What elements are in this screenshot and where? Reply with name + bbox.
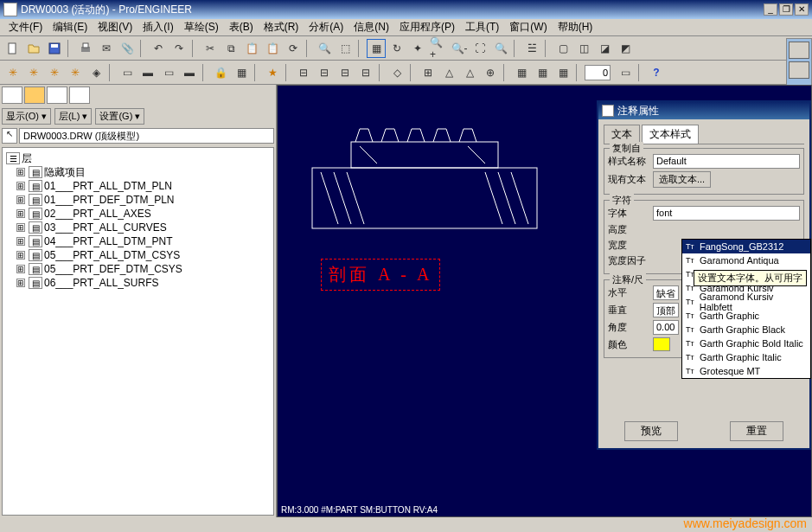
model-select-input[interactable]: [19, 128, 274, 144]
cut-icon[interactable]: ✂: [201, 39, 220, 58]
nohidden-icon[interactable]: ◪: [595, 39, 614, 58]
font-option[interactable]: TтGaramond Kursiv Halbfett: [682, 295, 810, 309]
vert-value[interactable]: 顶部: [653, 303, 679, 317]
dtm-plane-icon[interactable]: ✳: [3, 63, 22, 82]
hidden-icon[interactable]: ◫: [574, 39, 593, 58]
dtm-csys-icon[interactable]: ✳: [66, 63, 85, 82]
menu-edit[interactable]: 编辑(E): [48, 18, 93, 36]
email-icon[interactable]: ✉: [97, 39, 116, 58]
display-dropdown[interactable]: 显示(O) ▾: [2, 108, 51, 125]
dtm-axis-icon[interactable]: ✳: [24, 63, 43, 82]
tree-item[interactable]: 04___PRT_ALL_DTM_PNT: [44, 235, 173, 247]
select-arrow-icon[interactable]: ↖: [2, 128, 17, 144]
tree-item[interactable]: 06___PRT_ALL_SURFS: [44, 277, 159, 289]
show-icon[interactable]: ★: [263, 63, 282, 82]
angle-value[interactable]: 0.00: [653, 320, 679, 335]
font-combobox[interactable]: font: [653, 206, 800, 221]
layer-tree[interactable]: ☰层 ⊞▤隐藏项目 ⊞▤01___PRT_ALL_DTM_PLN ⊞▤01___…: [2, 147, 274, 516]
tree-item[interactable]: 05___PRT_DEF_DTM_CSYS: [44, 263, 182, 275]
save-icon[interactable]: [45, 39, 64, 58]
print-icon[interactable]: [76, 39, 95, 58]
layer-icon[interactable]: ☱: [522, 39, 541, 58]
color-swatch[interactable]: [653, 337, 670, 351]
zoom-in-icon[interactable]: 🔍+: [429, 39, 448, 58]
tab-text[interactable]: 文本: [604, 125, 640, 144]
tree-expand[interactable]: ⊞: [16, 182, 25, 190]
wireframe-icon[interactable]: ▢: [553, 39, 572, 58]
font-option-fangsong[interactable]: TтFangSong_GB2312: [682, 240, 810, 253]
right-tool-1[interactable]: [789, 42, 809, 59]
font-option[interactable]: TтGarth Graphic Italic: [682, 350, 810, 364]
select-icon[interactable]: ⬚: [336, 39, 355, 58]
sidetab-1[interactable]: [2, 87, 22, 104]
dtm-point-icon[interactable]: ✳: [45, 63, 64, 82]
dim1-icon[interactable]: ⊟: [294, 63, 313, 82]
tree-expand[interactable]: ⊞: [16, 279, 25, 287]
regenerate-icon[interactable]: ⟳: [284, 39, 303, 58]
tree-expand[interactable]: ⊞: [16, 251, 25, 260]
attach-icon[interactable]: 📎: [118, 39, 137, 58]
minimize-button[interactable]: _: [764, 3, 777, 16]
tab-text-style[interactable]: 文本样式: [642, 125, 699, 144]
tree-expand[interactable]: ⊞: [16, 223, 25, 232]
sidetab-3[interactable]: [47, 87, 67, 104]
menu-file[interactable]: 文件(F): [3, 18, 48, 36]
reset-button[interactable]: 重置: [730, 421, 783, 441]
style-name-value[interactable]: Default: [653, 154, 800, 169]
close-button[interactable]: ✕: [795, 3, 809, 16]
sidetab-2[interactable]: [24, 87, 45, 104]
tree-item[interactable]: 02___PRT_ALL_AXES: [44, 208, 151, 220]
dialog-titlebar[interactable]: 注释属性: [598, 102, 809, 119]
new-icon[interactable]: [3, 39, 22, 58]
tool-c-icon[interactable]: ▭: [159, 63, 178, 82]
tree-expand[interactable]: ⊞: [16, 168, 25, 176]
note3-icon[interactable]: △: [439, 63, 458, 82]
table1-icon[interactable]: ▦: [512, 63, 531, 82]
copy-icon[interactable]: ⧉: [221, 39, 240, 58]
right-tool-2[interactable]: [789, 61, 809, 79]
help-icon[interactable]: ?: [647, 63, 666, 82]
menu-info[interactable]: 信息(N): [348, 18, 394, 36]
lock-icon[interactable]: 🔒: [211, 63, 230, 82]
tree-expand[interactable]: ⊞: [16, 209, 25, 218]
refit-icon[interactable]: ⛶: [470, 39, 489, 58]
paste-icon[interactable]: 📋: [242, 39, 261, 58]
menu-format[interactable]: 格式(R): [259, 18, 304, 36]
layer-dropdown[interactable]: 层(L) ▾: [54, 108, 93, 125]
tool-a-icon[interactable]: ▭: [118, 63, 137, 82]
tree-expand[interactable]: ⊞: [16, 265, 25, 273]
settings-dropdown[interactable]: 设置(G) ▾: [95, 108, 144, 125]
orient-icon[interactable]: ✦: [408, 39, 427, 58]
paste-special-icon[interactable]: 📋: [263, 39, 282, 58]
view-mgr-icon[interactable]: ▦: [367, 39, 386, 58]
tree-item[interactable]: 01___PRT_ALL_DTM_PLN: [44, 180, 172, 192]
font-option[interactable]: TтGrotesque MT: [682, 364, 810, 378]
tool-b-icon[interactable]: ▬: [138, 63, 157, 82]
shaded-icon[interactable]: ◩: [616, 39, 635, 58]
zoom-out-icon[interactable]: 🔍-: [450, 39, 469, 58]
select-text-button[interactable]: 选取文本...: [653, 171, 711, 188]
tree-expand[interactable]: ⊞: [16, 237, 25, 246]
open-icon[interactable]: [24, 39, 43, 58]
redo-icon[interactable]: ↷: [169, 39, 189, 58]
font-option[interactable]: TтGaramond Antiqua: [682, 253, 810, 267]
preview-button[interactable]: 预览: [624, 421, 678, 441]
note4-icon[interactable]: △: [460, 63, 479, 82]
menu-sketch[interactable]: 草绘(S): [179, 18, 224, 36]
font-option[interactable]: TтGarth Graphic Bold Italic: [682, 337, 810, 350]
stepper-icon[interactable]: ▭: [616, 63, 635, 82]
section-annotation[interactable]: 剖面 A - A: [321, 259, 440, 291]
horiz-value[interactable]: 缺省: [653, 285, 679, 300]
undo-icon[interactable]: ↶: [149, 39, 168, 58]
scale-input[interactable]: [585, 65, 611, 80]
menu-view[interactable]: 视图(V): [93, 18, 137, 36]
menu-help[interactable]: 帮助(H): [553, 18, 598, 36]
menu-analysis[interactable]: 分析(A): [304, 18, 348, 36]
zoom-area-icon[interactable]: 🔍: [491, 39, 510, 58]
spin-icon[interactable]: ↻: [387, 39, 406, 58]
dim3-icon[interactable]: ⊟: [336, 63, 355, 82]
menu-table[interactable]: 表(B): [224, 18, 259, 36]
table3-icon[interactable]: ▦: [553, 63, 572, 82]
menu-window[interactable]: 窗口(W): [504, 18, 552, 36]
tree-item[interactable]: 01___PRT_DEF_DTM_PLN: [44, 194, 175, 206]
